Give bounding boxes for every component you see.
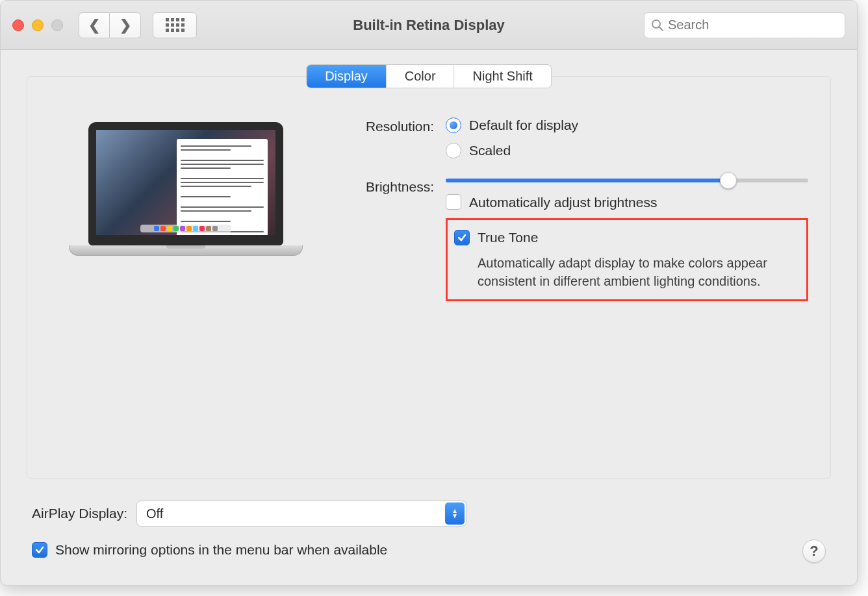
chevron-right-icon: ❯ <box>120 17 131 34</box>
true-tone-checkbox[interactable] <box>454 230 470 245</box>
show-all-button[interactable] <box>153 12 197 38</box>
display-preview <box>49 116 322 310</box>
auto-brightness-row[interactable]: Automatically adjust brightness <box>446 193 808 212</box>
brightness-label: Brightness: <box>342 176 446 301</box>
content: Display Color Night Shift <box>1 50 857 491</box>
true-tone-row[interactable]: True Tone <box>454 228 796 247</box>
airplay-label: AirPlay Display: <box>32 506 127 521</box>
panel-body: Resolution: Default for display Scaled <box>49 116 808 310</box>
resolution-label: Resolution: <box>342 116 446 167</box>
airplay-select[interactable]: Off ▲▼ <box>136 501 466 527</box>
search-field[interactable] <box>644 12 845 38</box>
svg-line-1 <box>659 27 663 31</box>
search-input[interactable] <box>668 18 838 32</box>
minimize-icon[interactable] <box>32 19 44 31</box>
prefs-window: ❮ ❯ Built-in Retina Display Display Colo… <box>0 0 858 586</box>
close-icon[interactable] <box>12 19 24 31</box>
slider-thumb[interactable] <box>720 172 737 189</box>
nav-buttons: ❮ ❯ <box>79 12 141 38</box>
tab-color[interactable]: Color <box>387 65 455 88</box>
titlebar: ❮ ❯ Built-in Retina Display <box>1 1 857 50</box>
select-stepper-icon: ▲▼ <box>445 503 465 525</box>
bottom-area: AirPlay Display: Off ▲▼ Show mirroring o… <box>1 491 857 571</box>
check-icon <box>34 545 45 555</box>
tab-display[interactable]: Display <box>307 65 387 88</box>
resolution-scaled-label: Scaled <box>469 141 511 160</box>
true-tone-highlight: True Tone Automatically adapt display to… <box>446 218 808 301</box>
tab-bar: Display Color Night Shift <box>306 64 552 88</box>
auto-brightness-label: Automatically adjust brightness <box>469 193 657 212</box>
check-icon <box>457 232 467 243</box>
zoom-icon <box>51 19 63 31</box>
airplay-row: AirPlay Display: Off ▲▼ <box>32 501 831 527</box>
grid-icon <box>166 18 185 32</box>
traffic-lights <box>12 19 63 31</box>
true-tone-label: True Tone <box>478 228 538 247</box>
resolution-scaled-row[interactable]: Scaled <box>446 141 808 160</box>
radio-scaled[interactable] <box>446 143 461 158</box>
radio-default[interactable] <box>446 118 461 133</box>
mirroring-label: Show mirroring options in the menu bar w… <box>55 542 387 558</box>
auto-brightness-checkbox[interactable] <box>446 194 461 210</box>
mirroring-row[interactable]: Show mirroring options in the menu bar w… <box>32 542 831 558</box>
true-tone-desc: Automatically adapt display to make colo… <box>454 254 796 290</box>
settings-panel: Display Color Night Shift <box>27 76 831 478</box>
help-button[interactable]: ? <box>802 540 826 563</box>
search-icon <box>651 19 664 32</box>
tab-night-shift[interactable]: Night Shift <box>455 65 551 88</box>
airplay-value: Off <box>146 506 163 521</box>
brightness-slider[interactable] <box>446 179 808 182</box>
svg-point-0 <box>652 20 660 28</box>
display-settings: Resolution: Default for display Scaled <box>322 116 808 310</box>
forward-button[interactable]: ❯ <box>110 12 141 38</box>
back-button[interactable]: ❮ <box>79 12 110 38</box>
chevron-left-icon: ❮ <box>88 17 100 34</box>
mirroring-checkbox[interactable] <box>32 542 47 558</box>
resolution-default-row[interactable]: Default for display <box>446 116 808 134</box>
resolution-default-label: Default for display <box>469 116 578 134</box>
help-icon: ? <box>810 543 818 560</box>
